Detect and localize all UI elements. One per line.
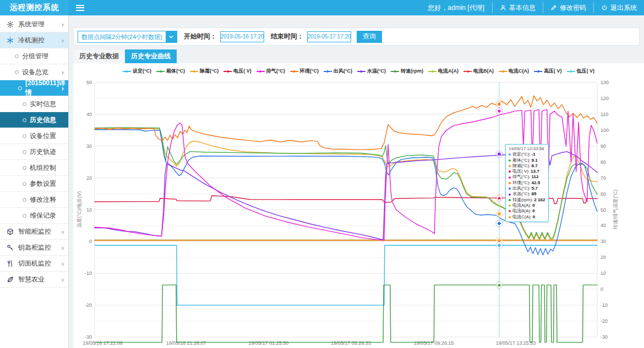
legend-marker	[123, 69, 131, 73]
y-axis-right-tick: 80	[601, 159, 606, 165]
legend-item-1[interactable]: 厢体(°C)	[156, 68, 185, 75]
legend-label: 高压( V)	[544, 68, 562, 75]
power-icon	[601, 4, 608, 11]
sidebar-item-label: 修改注释	[30, 195, 56, 205]
line-chart-canvas: 50403020100-10-20-3013012011010090807060…	[73, 63, 644, 348]
legend-marker	[534, 69, 542, 73]
y-axis-right-tick: 70	[601, 175, 606, 181]
start-time-label: 开始时间：	[184, 32, 217, 41]
user-icon	[500, 4, 506, 11]
chart-legend: 设定(°C)厢体(°C)除霜(°C)电压( V)排气(°C)环境(°C)出风(°…	[73, 68, 644, 75]
y-axis-left-tick: 20	[86, 175, 92, 181]
legend-item-6[interactable]: 出风(°C)	[324, 68, 352, 75]
app-title: 远程测控系统	[0, 0, 69, 15]
sidebar-item-label: 冷机测控	[18, 36, 45, 45]
query-button[interactable]: 查询	[357, 31, 382, 43]
y-axis-right-tick: -10	[601, 302, 608, 308]
snowflake-icon	[7, 37, 14, 44]
y-axis-right-tick: 20	[601, 255, 606, 260]
legend-item-12[interactable]: 高压( V)	[534, 68, 562, 75]
legend-label: 排气(°C)	[266, 68, 285, 75]
end-time-label: 结束时间：	[271, 32, 304, 41]
logout-button[interactable]: 退出系统	[594, 0, 644, 15]
sidebar-item-param-settings[interactable]: 参数设置	[0, 176, 68, 192]
legend-marker	[463, 69, 472, 73]
sidebar-item-label: 维保记录	[30, 211, 56, 220]
dot-bullet-icon	[18, 86, 22, 90]
sidebar-item-smart-agriculture[interactable]: 智慧农业›	[0, 272, 68, 288]
leaf-icon	[7, 276, 14, 283]
legend-label: 出风(°C)	[334, 68, 352, 75]
chevron-right-icon: ›	[62, 21, 64, 28]
sidebar-item-label: 历史轨迹	[30, 147, 56, 157]
end-time-input[interactable]	[307, 31, 351, 42]
legend-item-9[interactable]: 电流A(A)	[428, 68, 459, 75]
dot-bullet-icon	[23, 166, 26, 170]
sidebar-item-unit-control[interactable]: 机组控制	[0, 160, 68, 176]
legend-marker	[391, 69, 399, 73]
legend-item-13[interactable]: 低压( V)	[567, 68, 595, 75]
series-line-3	[95, 196, 597, 204]
y-axis-left-tick: 10	[86, 207, 92, 213]
legend-label: 转速(rpm)	[401, 68, 423, 75]
sidebar-item-slicer-monitoring[interactable]: 切面机监控›	[0, 256, 68, 272]
interval-select[interactable]: 数据点间隔2分钟(24小时数据)	[78, 31, 177, 43]
sidebar-item-cooler-monitoring[interactable]: 冷机测控›	[0, 32, 68, 48]
chevron-right-icon: ›	[62, 228, 64, 235]
legend-marker	[156, 69, 165, 73]
sidebar-item-edit-remarks[interactable]: 修改注释	[0, 192, 68, 208]
y-axis-right-tick: 100	[601, 128, 609, 133]
legend-item-3[interactable]: 电压( V)	[223, 68, 252, 75]
sidebar-item-label: 设备总览	[22, 68, 48, 77]
legend-item-0[interactable]: 设定(°C)	[123, 68, 151, 75]
legend-marker	[428, 69, 436, 73]
change-password-button[interactable]: 修改密码	[543, 0, 593, 15]
menu-toggle-icon[interactable]	[76, 3, 84, 12]
legend-item-10[interactable]: 电流B(A)	[463, 68, 494, 75]
legend-item-8[interactable]: 转速(rpm)	[391, 68, 423, 75]
legend-item-5[interactable]: 环境(°C)	[290, 68, 319, 75]
legend-label: 电流C(A)	[509, 68, 529, 75]
history-curve-chart: 设定(°C)厢体(°C)除霜(°C)电压( V)排气(°C)环境(°C)出风(°…	[73, 63, 644, 348]
series-line-1	[95, 128, 597, 239]
sidebar-item-smart-cabinet[interactable]: 智能柜监控›	[0, 224, 68, 240]
main-content: 数据点间隔2分钟(24小时数据) 开始时间： 结束时间： 查询 历史专业数据 历…	[69, 15, 644, 348]
chevron-down-icon[interactable]	[166, 31, 177, 42]
sidebar-item-maintenance-records[interactable]: 维保记录	[0, 208, 68, 224]
legend-marker	[190, 69, 198, 73]
series-line-4	[95, 109, 597, 240]
sidebar-item-group-management[interactable]: 分组管理	[0, 48, 68, 64]
y-axis-right-tick: 120	[601, 96, 609, 101]
y-axis-right-tick: 50	[601, 207, 606, 213]
legend-item-7[interactable]: 水温(°C)	[357, 68, 386, 75]
sidebar-item-key-cabinet[interactable]: 钥匙柜监控›	[0, 240, 68, 256]
series-line-0	[95, 245, 597, 305]
start-time-input[interactable]	[220, 31, 264, 42]
y-axis-left-tick: 0	[89, 239, 92, 244]
legend-item-4[interactable]: 排气(°C)	[256, 68, 285, 75]
legend-marker	[357, 69, 365, 73]
basic-info-button[interactable]: 基本信息	[493, 0, 543, 15]
sidebar-item-device-20150011-detail[interactable]: [20150011]详情›	[0, 80, 68, 96]
legend-item-2[interactable]: 除霜(°C)	[190, 68, 219, 75]
interval-select-value: 数据点间隔2分钟(24小时数据)	[78, 31, 166, 42]
sidebar-item-device-overview[interactable]: 设备总览›	[0, 64, 68, 80]
legend-marker	[290, 69, 298, 73]
legend-label: 电流B(A)	[473, 68, 494, 75]
sidebar-item-label: 钥匙柜监控	[18, 243, 51, 252]
chevron-right-icon: ›	[62, 276, 64, 283]
hover-marker	[498, 212, 500, 215]
sidebar-item-device-location[interactable]: 设备位置	[0, 128, 68, 144]
legend-item-11[interactable]: 电流C(A)	[499, 68, 529, 75]
legend-marker	[324, 69, 332, 73]
sidebar-item-realtime-info[interactable]: 实时信息	[0, 96, 68, 112]
dot-bullet-icon	[23, 198, 26, 202]
sidebar-item-history-track[interactable]: 历史轨迹	[0, 144, 68, 160]
y-axis-right-tick: -20	[601, 318, 608, 324]
tab-history-data[interactable]: 历史专业数据	[73, 49, 125, 63]
tab-history-curve[interactable]: 历史专业曲线	[125, 49, 177, 63]
y-axis-left-tick: -30	[85, 334, 92, 340]
sidebar-item-system-management[interactable]: 系统管理›	[0, 16, 68, 32]
x-axis-tick: 19/05/17 05:26:33	[331, 340, 371, 346]
sidebar-item-history-info[interactable]: 历史信息	[0, 112, 68, 128]
